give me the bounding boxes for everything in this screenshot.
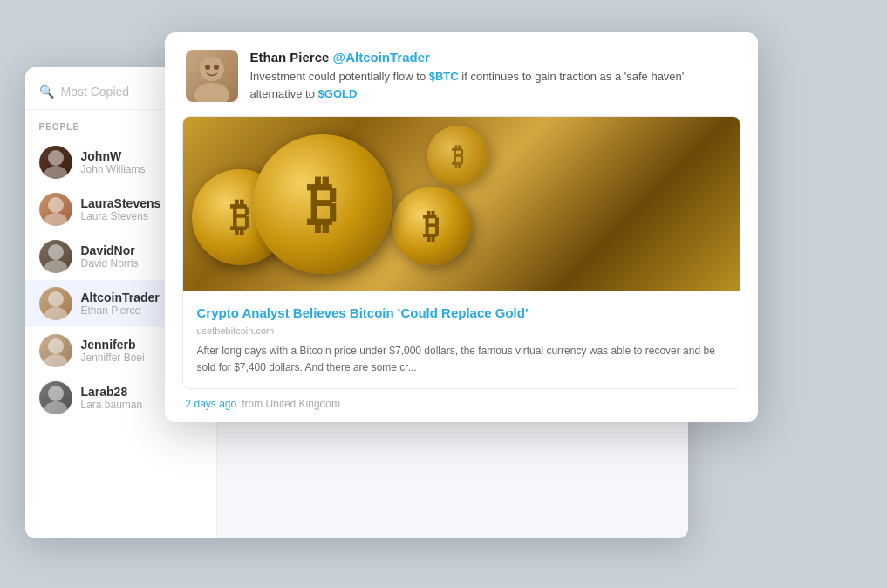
person-username-david: DavidNor xyxy=(81,243,139,257)
person-info-jennifer: Jenniferb Jenniffer Boei xyxy=(81,338,145,364)
avatar-lara xyxy=(39,381,72,414)
person-username-johnw: JohnW xyxy=(81,149,146,163)
tweet-avatar xyxy=(186,50,238,102)
tweet-time: 2 days ago xyxy=(186,398,237,410)
svg-point-6 xyxy=(48,291,64,307)
tweet-handle: @AltcoinTrader xyxy=(333,50,430,65)
person-info-altcoin: AltcoinTrader Ethan Pierce xyxy=(81,291,160,317)
person-username-lara: Larab28 xyxy=(81,385,143,399)
person-username-laura: LauraStevens xyxy=(81,196,161,210)
person-fullname-altcoin: Ethan Pierce xyxy=(81,304,160,317)
svg-point-3 xyxy=(44,213,67,226)
svg-point-9 xyxy=(44,354,67,367)
avatar-jennifer xyxy=(39,334,72,367)
svg-point-1 xyxy=(44,166,67,179)
svg-point-12 xyxy=(200,57,224,81)
svg-point-13 xyxy=(194,83,229,102)
person-username-jennifer: Jenniferb xyxy=(81,338,145,352)
search-placeholder: Most Copied xyxy=(61,85,130,99)
person-fullname-laura: Laura Stevens xyxy=(81,210,161,222)
tweet-card: Ethan Pierce @AltcoinTrader Investment c… xyxy=(165,32,758,422)
svg-point-8 xyxy=(48,338,64,354)
person-fullname-david: David Norris xyxy=(81,257,139,270)
svg-point-15 xyxy=(214,65,219,70)
tweet-location: from United Kingdom xyxy=(242,398,340,410)
svg-point-4 xyxy=(48,244,64,260)
coin-main: ₿ xyxy=(253,134,392,274)
svg-point-7 xyxy=(44,307,67,320)
person-info-laura: LauraStevens Laura Stevens xyxy=(81,196,161,222)
person-fullname-johnw: John Williams xyxy=(81,163,146,175)
tweet-footer: 2 days ago from United Kingdom xyxy=(165,389,758,422)
article-body: Crypto Analyst Believes Bitcoin 'Could R… xyxy=(183,291,740,388)
svg-point-10 xyxy=(48,386,64,401)
avatar-laura xyxy=(39,193,72,226)
article-card: ₿ ₿ ₿ ₿ Crypto Analyst Believes Bitcoin … xyxy=(182,116,740,389)
avatar-johnw xyxy=(39,146,72,179)
person-info-david: DavidNor David Norris xyxy=(81,243,139,270)
tweet-header: Ethan Pierce @AltcoinTrader Investment c… xyxy=(165,32,758,116)
person-fullname-lara: Lara bauman xyxy=(81,399,143,411)
svg-point-2 xyxy=(48,197,64,213)
svg-point-11 xyxy=(44,401,67,414)
person-info-johnw: JohnW John Williams xyxy=(81,149,146,175)
coin-bg: ₿ xyxy=(427,126,488,187)
bitcoin-visual: ₿ ₿ ₿ ₿ xyxy=(183,117,740,291)
person-fullname-jennifer: Jenniffer Boei xyxy=(81,352,145,364)
person-info-lara: Larab28 Lara bauman xyxy=(81,385,143,411)
article-title[interactable]: Crypto Analyst Believes Bitcoin 'Could R… xyxy=(197,304,726,322)
article-image: ₿ ₿ ₿ ₿ xyxy=(183,117,740,291)
tweet-text: Ethan Pierce @AltcoinTrader Investment c… xyxy=(250,50,737,102)
article-excerpt: After long days with a Bitcoin price und… xyxy=(197,343,726,376)
search-icon: 🔍 xyxy=(39,85,54,99)
avatar-david xyxy=(39,240,72,273)
article-domain: usethebitcoin.com xyxy=(197,325,726,336)
coin-right: ₿ xyxy=(392,187,471,265)
svg-point-0 xyxy=(48,150,64,166)
person-username-altcoin: AltcoinTrader xyxy=(81,291,160,304)
tweet-author: Ethan Pierce @AltcoinTrader xyxy=(250,50,737,65)
tweet-avatar-image xyxy=(186,50,238,102)
svg-point-5 xyxy=(44,260,67,273)
svg-point-14 xyxy=(205,65,210,70)
app-wrapper: 🔍 Most Copied PEOPLE JohnW John Williams xyxy=(25,32,863,556)
tweet-body: Investment could potentially flow to $BT… xyxy=(250,68,737,102)
avatar-altcoin xyxy=(39,287,72,320)
